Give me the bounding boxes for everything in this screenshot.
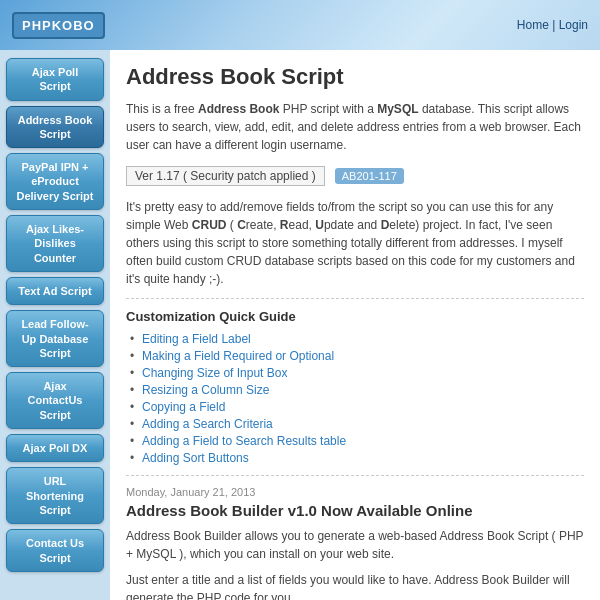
login-link[interactable]: Login — [559, 18, 588, 32]
list-item: Resizing a Column Size — [130, 383, 584, 397]
page-title: Address Book Script — [126, 64, 584, 90]
list-item: Adding Sort Buttons — [130, 451, 584, 465]
divider-2 — [126, 475, 584, 476]
main-layout: Ajax Poll ScriptAddress Book ScriptPayPa… — [0, 50, 600, 600]
list-item: Adding a Field to Search Results table — [130, 434, 584, 448]
sidebar: Ajax Poll ScriptAddress Book ScriptPayPa… — [0, 50, 110, 600]
sidebar-item-ajax-poll-dx[interactable]: Ajax Poll DX — [6, 434, 104, 462]
news-date: Monday, January 21, 2013 — [126, 486, 584, 498]
customization-title: Customization Quick Guide — [126, 309, 584, 324]
sidebar-item-paypal-ipn[interactable]: PayPal IPN + eProduct Delivery Script — [6, 153, 104, 210]
header: PHPKOBO Home | Login — [0, 0, 600, 50]
divider-1 — [126, 298, 584, 299]
version-badge: AB201-117 — [335, 168, 404, 184]
news-title: Address Book Builder v1.0 Now Available … — [126, 502, 584, 519]
sidebar-item-text-ad-script[interactable]: Text Ad Script — [6, 277, 104, 305]
news-body-1: Address Book Builder allows you to gener… — [126, 527, 584, 563]
list-item: Making a Field Required or Optional — [130, 349, 584, 363]
list-item: Editing a Field Label — [130, 332, 584, 346]
list-item: Adding a Search Criteria — [130, 417, 584, 431]
header-nav[interactable]: Home | Login — [517, 18, 588, 32]
list-item: Copying a Field — [130, 400, 584, 414]
intro-text: This is a free Address Book PHP script w… — [126, 100, 584, 154]
version-bar: Ver 1.17 ( Security patch applied ) AB20… — [126, 162, 584, 190]
list-item: Changing Size of Input Box — [130, 366, 584, 380]
description-text: It's pretty easy to add/remove fields to… — [126, 198, 584, 288]
customization-section: Customization Quick Guide Editing a Fiel… — [126, 309, 584, 465]
sidebar-item-url-shortening[interactable]: URL Shortening Script — [6, 467, 104, 524]
quick-guide-list: Editing a Field LabelMaking a Field Requ… — [126, 332, 584, 465]
sidebar-item-address-book-script[interactable]: Address Book Script — [6, 106, 104, 149]
news-body-2: Just enter a title and a list of fields … — [126, 571, 584, 600]
sidebar-item-ajax-poll-script[interactable]: Ajax Poll Script — [6, 58, 104, 101]
sidebar-item-contact-us[interactable]: Contact Us Script — [6, 529, 104, 572]
home-link[interactable]: Home — [517, 18, 549, 32]
logo[interactable]: PHPKOBO — [12, 12, 105, 39]
sidebar-item-lead-follow-up[interactable]: Lead Follow-Up Database Script — [6, 310, 104, 367]
version-label: Ver 1.17 ( Security patch applied ) — [126, 166, 325, 186]
news-section: Monday, January 21, 2013 Address Book Bu… — [126, 486, 584, 600]
sidebar-item-ajax-contactus[interactable]: Ajax ContactUs Script — [6, 372, 104, 429]
sidebar-item-ajax-likes[interactable]: Ajax Likes-Dislikes Counter — [6, 215, 104, 272]
content-area: Address Book Script This is a free Addre… — [110, 50, 600, 600]
